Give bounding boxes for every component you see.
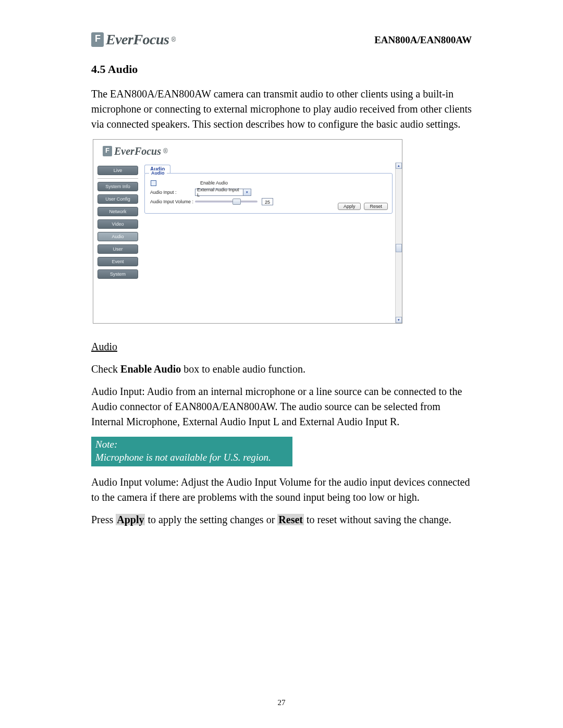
ui-sidebar: Live System Info User Config Network Vid… — [93, 163, 142, 323]
audio-volume-label: Audio Input Volume : — [150, 199, 195, 204]
ui-header: EverFocus ® — [93, 140, 402, 163]
enable-audio-label: Enable Audio — [200, 180, 228, 186]
everfocus-icon — [91, 32, 104, 47]
audio-volume-slider[interactable] — [195, 201, 258, 203]
ui-main: Audio Audio Enable Audio Audio Input : E… — [142, 163, 396, 323]
scroll-thumb[interactable] — [396, 244, 402, 252]
panel-buttons: Apply Reset — [338, 203, 388, 210]
note-box: Note: Microphone is not available for U.… — [91, 437, 292, 466]
audio-input-selected: External Audio Input L — [197, 187, 243, 198]
note-title: Note: — [95, 438, 288, 451]
scroll-up-icon[interactable]: ▴ — [396, 163, 402, 169]
audio-input-select[interactable]: External Audio Input L ▾ — [195, 189, 251, 196]
page-number: 27 — [0, 698, 563, 707]
audio-input-label: Audio Input : — [150, 190, 195, 195]
sidebar-item-system-info[interactable]: System Info — [97, 182, 138, 191]
sidebar-item-event[interactable]: Event — [97, 257, 138, 266]
sidebar-item-audio[interactable]: Audio — [97, 232, 138, 241]
settings-screenshot: EverFocus ® Live System Info User Config… — [93, 139, 402, 324]
apply-button[interactable]: Apply — [338, 203, 361, 210]
audio-volume-value[interactable]: 25 — [262, 198, 273, 205]
audio-panel: Audio Enable Audio Audio Input : Externa… — [144, 173, 393, 214]
sidebar-item-video[interactable]: Video — [97, 219, 138, 229]
intro-paragraph: The EAN800A/EAN800AW camera can transmit… — [91, 87, 472, 132]
sidebar-item-network[interactable]: Network — [97, 207, 138, 216]
sidebar-item-system[interactable]: System — [97, 269, 138, 279]
registered-mark: ® — [163, 147, 168, 155]
sidebar-item-user[interactable]: User — [97, 244, 138, 254]
ui-body: Live System Info User Config Network Vid… — [93, 163, 396, 323]
sidebar-item-live[interactable]: Live — [97, 166, 138, 175]
brand-text: EverFocus — [106, 31, 169, 48]
apply-reset-paragraph: Press Apply to apply the setting changes… — [91, 512, 472, 527]
sidebar-separator — [97, 178, 138, 179]
slider-thumb[interactable] — [232, 199, 241, 205]
brand-logo: EverFocus ® — [91, 31, 176, 48]
row-audio-input: Audio Input : External Audio Input L ▾ — [150, 188, 387, 196]
model-label: EAN800A/EAN800AW — [374, 34, 472, 48]
section-title: 4.5 Audio — [91, 63, 472, 76]
registered-mark: ® — [172, 36, 176, 43]
page-header: EverFocus ® EAN800A/EAN800AW — [91, 31, 472, 48]
audio-volume-paragraph: Audio Input volume: Adjust the Audio Inp… — [91, 475, 472, 505]
enable-audio-paragraph: Check Enable Audio box to enable audio f… — [91, 362, 472, 377]
audio-heading: Audio — [91, 339, 472, 354]
row-enable-audio: Enable Audio — [150, 179, 387, 187]
panel-legend: Audio — [149, 170, 167, 176]
sidebar-item-user-config[interactable]: User Config — [97, 194, 138, 204]
ui-brand-text: EverFocus — [114, 145, 161, 157]
note-body: Microphone is not available for U.S. reg… — [95, 451, 288, 464]
reset-button[interactable]: Reset — [364, 203, 388, 210]
audio-input-paragraph: Audio Input: Audio from an internal micr… — [91, 384, 472, 429]
everfocus-icon — [103, 146, 112, 156]
scrollbar[interactable]: ▴ ▾ — [395, 163, 402, 323]
enable-audio-checkbox[interactable] — [151, 180, 156, 186]
page: EverFocus ® EAN800A/EAN800AW 4.5 Audio T… — [0, 0, 563, 728]
scroll-down-icon[interactable]: ▾ — [396, 317, 402, 323]
chevron-down-icon: ▾ — [243, 189, 251, 195]
